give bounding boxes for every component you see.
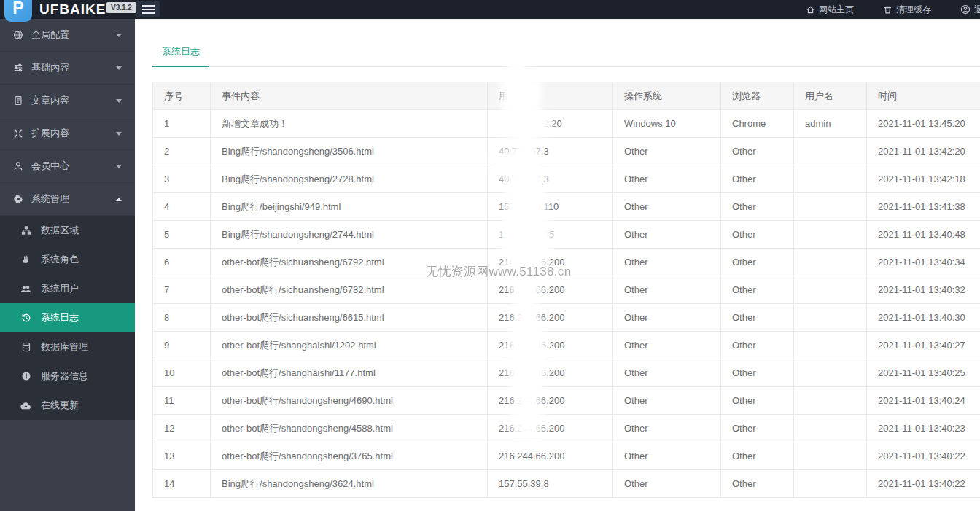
cell-username: admin <box>794 110 867 138</box>
cell-event: other-bot爬行/shandongsheng/4588.html <box>211 415 488 442</box>
sidebar-item-system-log[interactable]: 系统日志 <box>0 303 135 332</box>
table-row: 6other-bot爬行/sichuansheng/6792.html216.2… <box>153 249 980 276</box>
table-body: 1新增文章成功！ 252.20Windows 10Chromeadmin2021… <box>153 110 980 498</box>
cell-event: other-bot爬行/sichuansheng/6615.html <box>211 304 488 332</box>
sidebar-item-member-center[interactable]: 会员中心 <box>0 150 135 183</box>
cell-time: 2021-11-01 13:40:23 <box>867 415 980 442</box>
column-header-username: 用户名 <box>794 82 867 110</box>
cell-event: 新增文章成功！ <box>211 110 488 138</box>
sidebar-item-article-content[interactable]: 文章内容 <box>0 85 135 117</box>
cell-event: Bing爬行/shandongsheng/2728.html <box>211 165 488 193</box>
sidebar-item-global-config[interactable]: 全局配置 <box>0 19 135 52</box>
cell-ip: 216.244.66.200 <box>488 415 613 442</box>
cell-ip: 216.244.66.200 <box>488 249 613 276</box>
hamburger-icon <box>142 5 155 7</box>
sidebar-item-system-user[interactable]: 系统用户 <box>0 274 135 303</box>
chevron-down-icon <box>116 132 122 136</box>
cell-username <box>794 249 867 276</box>
cell-time: 2021-11-01 13:40:24 <box>867 387 980 415</box>
app-logo-icon[interactable]: P <box>4 0 32 22</box>
topbar-link-label: 退出 <box>974 4 980 16</box>
tab-system-log[interactable]: 系统日志 <box>152 39 209 67</box>
cell-username <box>794 165 867 193</box>
column-header-os: 操作系统 <box>613 82 721 110</box>
app-logo-text: UFBAIKE <box>39 0 106 19</box>
cell-time: 2021-11-01 13:42:18 <box>867 165 980 193</box>
column-header-event: 事件内容 <box>211 82 488 110</box>
cell-time: 2021-11-01 13:40:32 <box>867 276 980 304</box>
table-row: 3Bing爬行/shandongsheng/2728.html40.77.167… <box>153 165 980 193</box>
cell-os: Other <box>613 442 721 470</box>
column-header-ip: 用户IP <box>488 82 613 110</box>
sidebar-item-online-update[interactable]: 在线更新 <box>0 391 135 420</box>
cell-event: other-bot爬行/shandongsheng/3765.html <box>211 442 488 470</box>
sidebar-item-basic-content[interactable]: 基础内容 <box>0 52 135 85</box>
cell-index: 6 <box>153 249 211 276</box>
cell-username <box>794 387 867 415</box>
topbar-link-clear-cache[interactable]: 清理缓存 <box>883 4 931 16</box>
cell-browser: Other <box>721 442 794 470</box>
sidebar-item-server-info[interactable]: 服务器信息 <box>0 362 135 391</box>
cell-os: Other <box>613 332 721 359</box>
topbar: P UFBAIKE V3.1.2 网站主页 清理缓存 退出 <box>0 0 980 19</box>
cell-ip: 252.20 <box>488 110 613 138</box>
cell-ip: 216.244.66.200 <box>488 332 613 359</box>
cell-browser: Other <box>721 276 794 304</box>
document-icon <box>12 95 23 106</box>
topbar-link-label: 网站主页 <box>819 4 854 16</box>
sidebar-item-system-role[interactable]: 系统角色 <box>0 245 135 274</box>
cell-index: 5 <box>153 221 211 249</box>
cell-index: 9 <box>153 332 211 359</box>
topbar-link-logout[interactable]: 退出 <box>960 4 980 16</box>
cell-ip: 40.77.167.3 <box>488 165 613 193</box>
cell-browser: Other <box>721 359 794 387</box>
cell-time: 2021-11-01 13:40:48 <box>867 221 980 249</box>
cell-username <box>794 442 867 470</box>
main-content: 系统日志 序号事件内容用户IP操作系统浏览器用户名时间 1新增文章成功！ 252… <box>135 19 980 511</box>
cell-username <box>794 193 867 221</box>
sidebar-item-label: 全局配置 <box>31 28 69 42</box>
sidebar-item-label: 数据库管理 <box>41 340 88 354</box>
table-row: 2Bing爬行/shandongsheng/3506.html40.77.167… <box>153 138 980 165</box>
history-icon <box>20 313 31 323</box>
cell-event: Bing爬行/beijingshi/949.html <box>211 193 488 221</box>
sidebar-item-label: 基础内容 <box>31 61 69 74</box>
sidebar-item-label: 扩展内容 <box>31 127 69 140</box>
sidebar-item-system-management[interactable]: 系统管理 <box>0 183 135 216</box>
cell-os: Other <box>613 165 721 193</box>
topbar-link-label: 清理缓存 <box>896 4 931 16</box>
sidebar-item-label: 数据区域 <box>41 224 79 237</box>
cell-username <box>794 332 867 359</box>
table-row: 4Bing爬行/beijingshi/949.html157.55.39.110… <box>153 193 980 221</box>
cell-time: 2021-11-01 13:40:22 <box>867 470 980 498</box>
cell-event: Bing爬行/shandongsheng/3624.html <box>211 470 488 498</box>
table-row: 8other-bot爬行/sichuansheng/6615.html216.2… <box>153 304 980 332</box>
cell-time: 2021-11-01 13:40:22 <box>867 442 980 470</box>
globe-icon <box>12 30 23 40</box>
sidebar-item-label: 系统日志 <box>41 311 79 324</box>
sliders-icon <box>12 63 23 73</box>
sidebar-item-data-region[interactable]: 数据区域 <box>0 216 135 245</box>
cell-os: Other <box>613 193 721 221</box>
cell-os: Other <box>613 470 721 498</box>
version-badge: V3.1.2 <box>106 2 136 13</box>
cell-browser: Other <box>721 165 794 193</box>
sidebar-item-label: 服务器信息 <box>41 370 88 383</box>
table-row: 12other-bot爬行/shandongsheng/4588.html216… <box>153 415 980 442</box>
sidebar-item-extended-content[interactable]: 扩展内容 <box>0 117 135 150</box>
cell-event: other-bot爬行/sichuansheng/6792.html <box>211 249 488 276</box>
table-row: 9other-bot爬行/shanghaishi/1202.html216.24… <box>153 332 980 359</box>
chevron-down-icon <box>116 34 122 37</box>
user-circle-icon <box>960 4 971 15</box>
column-header-time: 时间 <box>867 82 980 110</box>
menu-toggle-button[interactable] <box>136 1 160 17</box>
topbar-link-site-home[interactable]: 网站主页 <box>806 4 854 16</box>
sidebar: 全局配置 基础内容 文章内容 扩展内容 会员中心 系统管理 <box>0 19 135 511</box>
cell-browser: Other <box>721 387 794 415</box>
sidebar-item-database-management[interactable]: 数据库管理 <box>0 332 135 362</box>
table-row: 5Bing爬行/shandongsheng/2744.html157.55.39… <box>153 221 980 249</box>
cell-os: Other <box>613 138 721 165</box>
sidebar-item-label: 系统用户 <box>41 282 79 295</box>
cell-os: Windows 10 <box>613 110 721 138</box>
cell-ip: 216.244.66.200 <box>488 359 613 387</box>
